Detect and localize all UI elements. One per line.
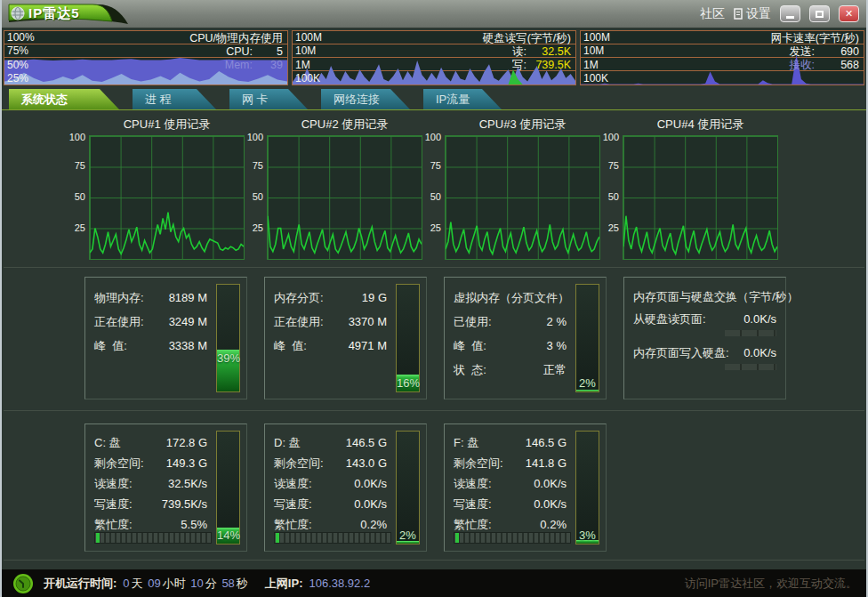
cpu4-chart: CPU#4 使用记录 100 75 50 25 xyxy=(600,116,778,260)
uptime-clock-icon xyxy=(12,573,34,594)
monitor-title: CPU/物理内存使用 xyxy=(189,32,283,45)
disk-c-gauge: 14% xyxy=(216,431,240,545)
status-bar: 开机运行时间: 0天 09小时 10分 58秒 上网IP: 106.38.92.… xyxy=(0,569,868,597)
cpu-mem-monitor: 100% 75% 50% 25% CPU/物理内存使用 CPU:5 Mem:39 xyxy=(4,30,288,85)
disk-c-busy-bar xyxy=(94,532,212,544)
ip-label: 上网IP: xyxy=(265,576,303,592)
exchange-read-bar xyxy=(725,330,776,336)
maximize-icon xyxy=(816,11,824,18)
cpu3-chart-title: CPU#3 使用记录 xyxy=(422,116,600,135)
ip-value: 106.38.92.2 xyxy=(307,577,372,590)
app-title: IP雷达5 xyxy=(28,5,80,22)
cpu1-y-axis: 100 75 50 25 xyxy=(67,135,89,260)
section-divider xyxy=(4,560,864,561)
mem-usage-readout: Mem:39 xyxy=(225,59,283,72)
cpu-usage-readout: CPU:5 xyxy=(226,45,283,59)
section-divider xyxy=(4,267,864,268)
tab-system-status[interactable]: 系统状态 xyxy=(9,89,119,109)
settings-button[interactable]: 设置 xyxy=(734,6,771,22)
memory-paging-gauge: 16% xyxy=(396,284,420,392)
cpu3-chart: CPU#3 使用记录 100 75 50 25 xyxy=(422,116,600,260)
disk-panels-row: C: 盘172.8 G 剩余空间:149.3 G 读速度:32.5K/s 写速度… xyxy=(84,424,866,552)
tab-ip-traffic[interactable]: IP流量 xyxy=(423,89,502,109)
disk-write-readout: 写:739.5K xyxy=(512,59,571,72)
uptime-value: 0天 09小时 10分 58秒 xyxy=(121,576,248,592)
cpu2-y-axis: 100 75 50 25 xyxy=(245,135,267,260)
memory-panels-row: 物理内存:8189 M 正在使用:3249 M 峰 值:3338 M 39% 内… xyxy=(84,277,866,399)
disk-io-monitor: 100M 10M 1M 100K 硬盘读写(字节/秒) 读:32.5K 写:73… xyxy=(292,30,576,85)
cpu1-chart-title: CPU#1 使用记录 xyxy=(67,116,245,135)
top-monitors: 100% 75% 50% 25% CPU/物理内存使用 CPU:5 Mem:39… xyxy=(2,28,866,85)
virtual-memory-gauge: 2% xyxy=(575,284,599,392)
network-monitor: 100M 10M 1M 100K 网卡速率(字节/秒) 发送:690 接收:56… xyxy=(580,30,864,85)
cpu2-chart: CPU#2 使用记录 100 75 50 25 xyxy=(245,116,422,260)
exchange-write-bar xyxy=(725,364,776,370)
settings-label: 设置 xyxy=(746,6,771,22)
minimize-icon xyxy=(786,16,794,19)
system-status-page: CPU#1 使用记录 100 75 50 25 CPU#2 使用记录 100 xyxy=(2,110,866,561)
minimize-button[interactable] xyxy=(780,5,800,22)
cpu3-y-axis: 100 75 50 25 xyxy=(422,135,445,260)
cpu1-chart: CPU#1 使用记录 100 75 50 25 xyxy=(67,116,245,260)
tab-processes[interactable]: 进 程 xyxy=(133,89,216,109)
section-divider xyxy=(4,410,864,411)
virtual-memory-panel: 虚拟内存（分页文件） 已使用:2 % 峰 值:3 % 状 态:正常 2% xyxy=(444,277,607,399)
monitor-title: 网卡速率(字节/秒) xyxy=(771,32,859,45)
cpu2-chart-title: CPU#2 使用记录 xyxy=(245,116,422,135)
globe-icon xyxy=(12,7,24,20)
physical-memory-panel: 物理内存:8189 M 正在使用:3249 M 峰 值:3338 M 39% xyxy=(84,277,247,399)
app-window: IP雷达5 社区 设置 ✕ 100% 75% 50% 2 xyxy=(0,0,868,597)
settings-icon xyxy=(734,8,743,20)
community-link[interactable]: 社区 xyxy=(700,6,725,22)
exchange-title: 内存页面与硬盘交换（字节/秒） xyxy=(633,286,785,308)
uptime-label: 开机运行时间: xyxy=(44,576,117,592)
cpu4-chart-title: CPU#4 使用记录 xyxy=(600,116,778,135)
net-send-readout: 发送:690 xyxy=(790,45,859,59)
cpu4-y-axis: 100 75 50 25 xyxy=(600,135,623,260)
community-hint[interactable]: 访问IP雷达社区，欢迎互动交流。 xyxy=(685,576,857,592)
tab-network-card[interactable]: 网 卡 xyxy=(229,89,308,109)
app-logo: IP雷达5 xyxy=(5,3,139,27)
disk-f-gauge: 3% xyxy=(575,431,599,545)
disk-c-panel: C: 盘172.8 G 剩余空间:149.3 G 读速度:32.5K/s 写速度… xyxy=(84,424,247,552)
memory-disk-exchange-panel: 内存页面与硬盘交换（字节/秒） 从硬盘读页面:0.0K/s 内存页面写入硬盘:0… xyxy=(623,277,786,399)
net-recv-readout: 接收:568 xyxy=(790,59,859,72)
close-icon: ✕ xyxy=(845,8,853,20)
disk-d-busy-bar xyxy=(274,532,391,544)
disk-d-gauge: 2% xyxy=(396,431,420,545)
disk-f-panel: F: 盘146.5 G 剩余空间:141.8 G 读速度:0.0K/s 写速度:… xyxy=(444,424,607,552)
disk-read-readout: 读:32.5K xyxy=(512,45,571,59)
titlebar: IP雷达5 社区 设置 ✕ xyxy=(2,0,866,28)
memory-paging-panel: 内存分页:19 G 正在使用:3370 M 峰 值:4971 M 16% xyxy=(264,277,427,399)
disk-d-panel: D: 盘146.5 G 剩余空间:143.0 G 读速度:0.0K/s 写速度:… xyxy=(264,424,427,552)
physical-memory-gauge: 39% xyxy=(216,284,240,392)
close-button[interactable]: ✕ xyxy=(839,5,859,22)
cpu-charts-row: CPU#1 使用记录 100 75 50 25 CPU#2 使用记录 100 xyxy=(2,116,866,260)
disk-f-busy-bar xyxy=(454,532,571,544)
tab-bar: 系统状态 进 程 网 卡 网络连接 IP流量 xyxy=(2,89,866,109)
tab-network-connections[interactable]: 网络连接 xyxy=(321,89,410,109)
monitor-title: 硬盘读写(字节/秒) xyxy=(483,32,571,45)
maximize-button[interactable] xyxy=(809,5,830,22)
